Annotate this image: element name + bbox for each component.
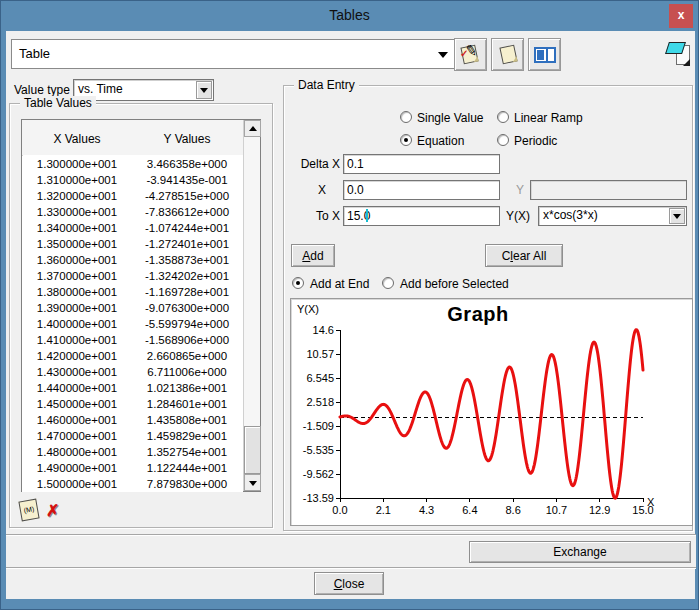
- table-cell: -1.324202e+001: [132, 268, 242, 284]
- table-cell: -1.568906e+000: [132, 332, 242, 348]
- table-cell: 7.879830e+000: [132, 476, 242, 492]
- table-row[interactable]: 1.340000e+001-1.074244e+001: [22, 220, 243, 236]
- delete-x-icon: ✗: [46, 502, 59, 519]
- memo-tool-button[interactable]: (M): [18, 499, 39, 522]
- table-row[interactable]: 1.460000e+0011.435808e+001: [22, 412, 243, 428]
- table-row[interactable]: 1.420000e+0012.660865e+000: [22, 348, 243, 364]
- title-bar[interactable]: Tables x: [1, 1, 698, 31]
- table-cell: 1.352754e+001: [132, 444, 242, 460]
- radio-single-value-label[interactable]: Single Value: [417, 111, 484, 125]
- svg-text:2.518: 2.518: [306, 396, 334, 408]
- table-combo-value: Table: [19, 40, 50, 68]
- table-cell: 1.284601e+001: [132, 396, 242, 412]
- radio-periodic[interactable]: [497, 134, 509, 146]
- delta-x-label: Delta X: [294, 157, 340, 171]
- close-icon: x: [678, 8, 685, 22]
- x-input[interactable]: [343, 180, 500, 200]
- table-cell: 1.430000e+001: [22, 364, 132, 380]
- svg-text:-1.509: -1.509: [303, 420, 334, 432]
- table-row[interactable]: 1.380000e+001-1.169728e+001: [22, 284, 243, 300]
- table-cell: 1.420000e+001: [22, 348, 132, 364]
- table-row[interactable]: 1.320000e+001-4.278515e+000: [22, 188, 243, 204]
- radio-add-at-end-label[interactable]: Add at End: [310, 277, 369, 291]
- add-button[interactable]: Add: [291, 244, 335, 267]
- table-row[interactable]: 1.470000e+0011.459829e+001: [22, 428, 243, 444]
- table-cell: -9.076300e+000: [132, 300, 242, 316]
- arrow-down-icon: [249, 481, 257, 486]
- value-type-label: Value type: [14, 83, 70, 97]
- table-cell: 1.310000e+001: [22, 172, 132, 188]
- table-scrollbar[interactable]: [243, 120, 260, 491]
- svg-text:4.3: 4.3: [419, 504, 434, 516]
- new-note-icon: [499, 45, 517, 65]
- table-row[interactable]: 1.440000e+0011.021386e+001: [22, 380, 243, 396]
- table-values-group: Table Values X ValuesY Values 1.300000e+…: [9, 103, 273, 528]
- svg-text:10.7: 10.7: [546, 504, 567, 516]
- y-input: [530, 180, 687, 200]
- table-row[interactable]: 1.390000e+001-9.076300e+000: [22, 300, 243, 316]
- table-row[interactable]: 1.450000e+0011.284601e+001: [22, 396, 243, 412]
- x-label: X: [294, 183, 326, 197]
- close-button[interactable]: Close: [314, 572, 384, 595]
- table-cell: -3.941435e-001: [132, 172, 242, 188]
- chevron-down-icon[interactable]: [438, 52, 448, 58]
- radio-periodic-label[interactable]: Periodic: [514, 134, 557, 148]
- radio-add-before-selected-label[interactable]: Add before Selected: [400, 277, 509, 291]
- table-cell: -1.272401e+001: [132, 236, 242, 252]
- table-values-group-title: Table Values: [20, 96, 96, 110]
- notes-stack-icon[interactable]: [666, 39, 692, 69]
- delta-x-input[interactable]: [343, 154, 500, 174]
- table-row[interactable]: 1.350000e+001-1.272401e+001: [22, 236, 243, 252]
- table-cell: 1.440000e+001: [22, 380, 132, 396]
- scroll-down-button[interactable]: [244, 474, 261, 491]
- table-cell: 1.500000e+001: [22, 476, 132, 492]
- table-cell: 1.350000e+001: [22, 236, 132, 252]
- radio-equation-label[interactable]: Equation: [417, 134, 464, 148]
- table-row[interactable]: 1.370000e+001-1.324202e+001: [22, 268, 243, 284]
- table-cell: -4.278515e+000: [132, 188, 242, 204]
- svg-text:8.6: 8.6: [505, 504, 520, 516]
- radio-add-at-end[interactable]: [292, 277, 304, 289]
- table-select-combobox[interactable]: Table: [11, 39, 455, 69]
- table-row[interactable]: 1.490000e+0011.122444e+001: [22, 460, 243, 476]
- table-cell: 1.122444e+001: [132, 460, 242, 476]
- radio-linear-ramp-label[interactable]: Linear Ramp: [514, 111, 583, 125]
- radio-equation[interactable]: [400, 134, 412, 146]
- radio-linear-ramp[interactable]: [497, 111, 509, 123]
- column-header-y: Y Values: [132, 120, 242, 158]
- table-row[interactable]: 1.410000e+001-1.568906e+000: [22, 332, 243, 348]
- edit-table-button[interactable]: ✓ ✎: [454, 38, 487, 71]
- value-type-dropdown-button[interactable]: [196, 81, 212, 99]
- graph-svg: 14.610.576.5452.518-1.509-5.535-9.562-13…: [291, 299, 692, 525]
- table-row[interactable]: 1.330000e+001-7.836612e+000: [22, 204, 243, 220]
- dialog-body: Table ✓ ✎ Value type vs. Time Table Valu…: [6, 31, 695, 599]
- radio-add-before-selected[interactable]: [382, 277, 394, 289]
- table-row[interactable]: 1.300000e+0013.466358e+000: [22, 156, 243, 172]
- exchange-button[interactable]: Exchange: [469, 541, 691, 563]
- scroll-up-button[interactable]: [244, 120, 261, 137]
- table-cell: 1.320000e+001: [22, 188, 132, 204]
- table-cell: -1.074244e+001: [132, 220, 242, 236]
- window-panel-icon: [534, 47, 556, 63]
- scroll-thumb[interactable]: [244, 426, 261, 474]
- table-cell: 6.711006e+000: [132, 364, 242, 380]
- table-row[interactable]: 1.310000e+001-3.941435e-001: [22, 172, 243, 188]
- table-row[interactable]: 1.480000e+0011.352754e+001: [22, 444, 243, 460]
- table-cell: 1.360000e+001: [22, 252, 132, 268]
- table-cell: 1.370000e+001: [22, 268, 132, 284]
- close-window-button[interactable]: x: [669, 4, 693, 28]
- table-row[interactable]: 1.430000e+0016.711006e+000: [22, 364, 243, 380]
- table-row[interactable]: 1.360000e+001-1.358873e+001: [22, 252, 243, 268]
- table-row[interactable]: 1.400000e+001-5.599794e+000: [22, 316, 243, 332]
- radio-single-value[interactable]: [400, 111, 412, 123]
- graph-x-axis-label: X: [647, 496, 654, 508]
- svg-text:-13.59: -13.59: [303, 492, 334, 504]
- new-table-button[interactable]: [491, 38, 524, 71]
- clear-all-button[interactable]: Clear All: [485, 244, 563, 267]
- arrow-up-icon: [249, 126, 257, 131]
- yx-equation-combobox[interactable]: x*cos(3*x): [538, 206, 687, 226]
- panel-view-button[interactable]: [528, 38, 561, 71]
- table-row[interactable]: 1.500000e+0017.879830e+000: [22, 476, 243, 492]
- yx-dropdown-button[interactable]: [669, 208, 685, 224]
- delete-row-button[interactable]: ✗: [46, 501, 59, 520]
